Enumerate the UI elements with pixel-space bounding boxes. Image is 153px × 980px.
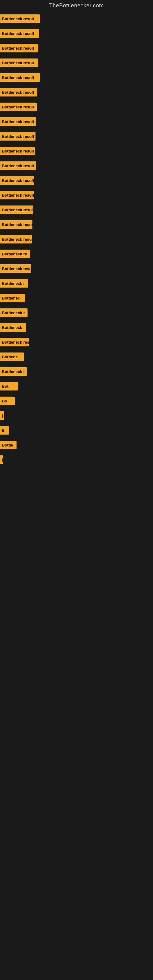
bar-label-27: | [2, 414, 3, 418]
bottleneck-bar-26[interactable]: Bo [0, 396, 15, 405]
bar-row-27: | [0, 409, 153, 422]
bar-label-22: Bottleneck res [2, 340, 29, 345]
bar-label-8: Bottleneck result [2, 134, 34, 139]
bar-row-30: | [0, 453, 153, 466]
bar-row-13: Bottleneck result [0, 203, 153, 216]
bottleneck-bar-5[interactable]: Bottleneck result [0, 88, 37, 97]
bar-label-18: Bottleneck r [2, 281, 25, 286]
bar-row-15: Bottleneck result [0, 232, 153, 246]
bar-row-17: Bottleneck result [0, 262, 153, 275]
bar-label-4: Bottleneck result [2, 75, 34, 80]
bar-label-13: Bottleneck result [2, 208, 33, 212]
bottleneck-bar-29[interactable]: Bottle [0, 441, 16, 449]
bar-label-6: Bottleneck result [2, 105, 34, 109]
bar-row-9: Bottleneck result [0, 144, 153, 158]
bar-label-12: Bottleneck result [2, 193, 33, 197]
bar-row-22: Bottleneck res [0, 335, 153, 349]
bar-label-16: Bottleneck re [2, 252, 27, 256]
bar-row-24: Bottleneck r [0, 365, 153, 378]
bottleneck-bar-30[interactable]: | [0, 455, 3, 464]
bar-row-21: Bottleneck [0, 321, 153, 334]
bar-label-17: Bottleneck result [2, 266, 31, 271]
bottleneck-bar-14[interactable]: Bottleneck result [0, 220, 32, 229]
bottleneck-bar-16[interactable]: Bottleneck re [0, 250, 30, 258]
bar-row-7: Bottleneck result [0, 115, 153, 128]
bottleneck-bar-4[interactable]: Bottleneck result [0, 73, 40, 82]
bar-row-3: Bottleneck result [0, 56, 153, 70]
bottleneck-bar-18[interactable]: Bottleneck r [0, 279, 28, 288]
bar-label-15: Bottleneck result [2, 237, 32, 242]
bottleneck-bar-22[interactable]: Bottleneck res [0, 338, 29, 346]
bar-label-28: B [2, 428, 5, 433]
bar-row-20: Bottleneck r [0, 306, 153, 320]
bottleneck-bar-10[interactable]: Bottleneck result [0, 161, 36, 170]
bar-row-1: Bottleneck result [0, 27, 153, 40]
bar-label-0: Bottleneck result [2, 16, 34, 21]
bar-row-18: Bottleneck r [0, 277, 153, 290]
bar-label-29: Bottle [2, 443, 13, 447]
bar-row-0: Bottleneck result [0, 12, 153, 25]
bar-label-2: Bottleneck result [2, 46, 34, 51]
bar-row-6: Bottleneck result [0, 100, 153, 114]
bar-row-14: Bottleneck result [0, 218, 153, 231]
bottleneck-bar-7[interactable]: Bottleneck result [0, 117, 36, 126]
site-title: TheBottlenecker.com [0, 0, 153, 12]
bottleneck-bar-21[interactable]: Bottleneck [0, 323, 26, 332]
bar-label-20: Bottleneck r [2, 310, 25, 315]
bar-label-10: Bottleneck result [2, 164, 34, 168]
bottleneck-bar-28[interactable]: B [0, 426, 9, 434]
bottleneck-bar-23[interactable]: Bottlene [0, 353, 24, 361]
bar-label-14: Bottleneck result [2, 222, 32, 227]
bar-row-19: Bottlenec [0, 291, 153, 305]
bar-label-24: Bottleneck r [2, 369, 25, 374]
bottleneck-bar-11[interactable]: Bottleneck result [0, 176, 34, 185]
bar-label-11: Bottleneck result [2, 178, 34, 183]
bottleneck-bar-8[interactable]: Bottleneck result [0, 132, 35, 140]
bar-label-23: Bottlene [2, 355, 18, 359]
bar-label-26: Bo [2, 399, 7, 403]
bar-label-19: Bottlenec [2, 296, 20, 301]
bar-row-28: B [0, 423, 153, 437]
bottleneck-bar-19[interactable]: Bottlenec [0, 294, 25, 302]
bottleneck-bar-6[interactable]: Bottleneck result [0, 103, 37, 111]
bar-row-8: Bottleneck result [0, 130, 153, 143]
bottleneck-bar-13[interactable]: Bottleneck result [0, 205, 33, 214]
bottleneck-bar-3[interactable]: Bottleneck result [0, 59, 38, 67]
bar-label-5: Bottleneck result [2, 90, 34, 95]
bottleneck-bar-27[interactable]: | [0, 411, 4, 420]
bar-label-9: Bottleneck result [2, 149, 34, 153]
bar-row-10: Bottleneck result [0, 159, 153, 172]
bar-label-21: Bottleneck [2, 325, 22, 330]
bar-row-12: Bottleneck result [0, 188, 153, 202]
bottleneck-bar-2[interactable]: Bottleneck result [0, 44, 38, 52]
bottleneck-bar-20[interactable]: Bottleneck r [0, 309, 27, 317]
bottleneck-bar-0[interactable]: Bottleneck result [0, 14, 40, 23]
bottleneck-bar-24[interactable]: Bottleneck r [0, 367, 27, 376]
bottleneck-bar-25[interactable]: Bot [0, 382, 18, 390]
bottleneck-bar-9[interactable]: Bottleneck result [0, 147, 35, 155]
bar-label-3: Bottleneck result [2, 60, 34, 65]
bar-label-30: | [2, 458, 3, 462]
bar-label-7: Bottleneck result [2, 119, 34, 124]
bar-row-29: Bottle [0, 438, 153, 452]
bar-label-25: Bot [2, 384, 9, 389]
bar-label-1: Bottleneck result [2, 31, 34, 36]
bottleneck-bar-12[interactable]: Bottleneck result [0, 191, 33, 199]
bar-row-11: Bottleneck result [0, 173, 153, 187]
bar-row-16: Bottleneck re [0, 247, 153, 261]
bottleneck-bar-1[interactable]: Bottleneck result [0, 29, 39, 38]
bar-row-26: Bo [0, 394, 153, 407]
bar-row-25: Bot [0, 379, 153, 393]
bottleneck-bar-15[interactable]: Bottleneck result [0, 235, 32, 243]
bar-row-23: Bottlene [0, 350, 153, 364]
bar-row-5: Bottleneck result [0, 86, 153, 99]
bottleneck-bar-17[interactable]: Bottleneck result [0, 264, 31, 273]
bar-row-4: Bottleneck result [0, 71, 153, 84]
bar-row-2: Bottleneck result [0, 41, 153, 55]
